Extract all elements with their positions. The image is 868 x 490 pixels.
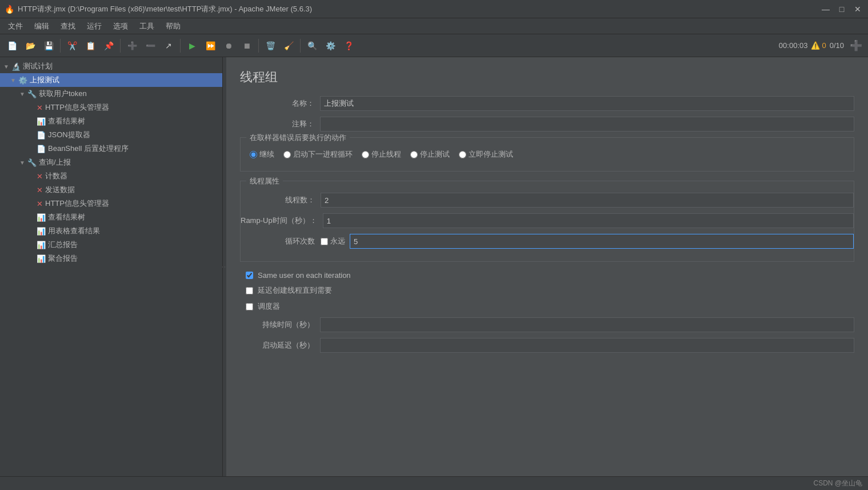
expand-button[interactable]: ↗	[160, 37, 177, 54]
radio-continue[interactable]: 继续	[250, 149, 274, 160]
clear-icon: 🗑️	[265, 40, 276, 51]
toolbar: 📄 📂 💾 ✂️ 📋 📌 ➕ ➖ ↗ ▶ ⏩ ⏺ ⏹ 🗑️ 🧹	[0, 34, 868, 57]
clear-all-button[interactable]: 🧹	[280, 37, 297, 54]
search-tool-button[interactable]: 🔍	[303, 37, 321, 54]
radio-start-next-loop-input[interactable]	[283, 151, 291, 158]
duration-input[interactable]	[320, 317, 854, 332]
radio-stop-thread-input[interactable]	[362, 151, 369, 158]
radio-stop-thread[interactable]: 停止线程	[362, 149, 401, 160]
radio-continue-input[interactable]	[250, 151, 257, 158]
run-button[interactable]: ▶	[183, 37, 201, 54]
radio-group-error-action: 继续 启动下一进程循环 停止线程 停止测试 立即停止测试	[250, 145, 845, 164]
sidebar-item-view-results-tree1[interactable]: 📊 查看结果树	[0, 114, 222, 128]
copy-icon: 📋	[85, 40, 96, 51]
sidebar-item-beanshell[interactable]: 📄 BeanShell 后置处理程序	[0, 142, 222, 156]
menu-help[interactable]: 帮助	[160, 19, 186, 33]
close-button[interactable]: ✕	[852, 3, 863, 15]
sidebar: ▼ 🔬 测试计划 ▼ ⚙️ 上报测试 ▼ 🔧 获取用户token ✕ HTTP信…	[0, 57, 223, 476]
aggregate-graph-icon: 📊	[37, 254, 46, 263]
radio-stop-test-input[interactable]	[410, 151, 418, 158]
comment-input[interactable]	[320, 117, 854, 132]
sidebar-item-counter[interactable]: ✕ 计数器	[0, 169, 222, 183]
radio-start-next-loop[interactable]: 启动下一进程循环	[283, 149, 353, 160]
sidebar-item-aggregate-report[interactable]: 📊 汇总报告	[0, 238, 222, 252]
sidebar-item-send-data[interactable]: ✕ 发送数据	[0, 183, 222, 197]
paste-button[interactable]: 📌	[100, 37, 117, 54]
cut-button[interactable]: ✂️	[63, 37, 81, 54]
window-controls: — □ ✕	[820, 3, 863, 15]
delay-create-label: 延迟创建线程直到需要	[258, 285, 332, 296]
startup-delay-input[interactable]	[320, 338, 854, 353]
force-stop-button[interactable]: ⏹	[238, 37, 255, 54]
menu-file[interactable]: 文件	[2, 19, 29, 33]
delay-create-checkbox[interactable]	[246, 287, 253, 294]
name-row: 名称：	[240, 96, 854, 111]
radio-stop-test-now-input[interactable]	[459, 151, 466, 158]
forever-checkbox-label[interactable]: 永远	[321, 236, 345, 246]
save-button[interactable]: 💾	[40, 37, 57, 54]
scheduler-checkbox[interactable]	[246, 303, 253, 310]
comment-row: 注释：	[240, 117, 854, 132]
radio-stop-test-now[interactable]: 立即停止测试	[459, 149, 513, 160]
rampup-input[interactable]	[323, 213, 854, 228]
aggregate-report-icon: 📊	[37, 241, 46, 249]
shangbao-test-label: 上报测试	[30, 75, 59, 85]
minimize-button[interactable]: —	[820, 3, 831, 15]
forever-label: 永远	[330, 236, 345, 246]
toggle-query-upload: ▼	[19, 160, 26, 166]
error-action-section: 在取样器错误后要执行的动作 继续 启动下一进程循环 停止线程 停止测试	[240, 137, 854, 172]
sidebar-item-aggregate-graph[interactable]: 📊 聚合报告	[0, 252, 222, 265]
forever-checkbox-input[interactable]	[321, 238, 328, 245]
settings-button[interactable]: ⚙️	[322, 37, 339, 54]
stop-icon: ⏺	[223, 40, 234, 51]
thread-count: 0/10	[830, 41, 844, 50]
add-button[interactable]: ➕	[123, 37, 141, 54]
sidebar-item-test-plan[interactable]: ▼ 🔬 测试计划	[0, 59, 222, 73]
help-tool-button[interactable]: ❓	[340, 37, 357, 54]
loop-label: 循环次数	[241, 236, 321, 246]
sidebar-item-json-extractor[interactable]: 📄 JSON提取器	[0, 128, 222, 142]
expand-icon: ↗	[163, 40, 174, 51]
remove-button[interactable]: ➖	[142, 37, 159, 54]
radio-stop-test-now-label: 立即停止测试	[469, 149, 513, 160]
duration-label: 持续时间（秒）	[240, 320, 320, 330]
open-button[interactable]: 📂	[22, 37, 39, 54]
menu-options[interactable]: 选项	[107, 19, 134, 33]
sidebar-item-http-header-mgr1[interactable]: ✕ HTTP信息头管理器	[0, 101, 222, 114]
thread-count-label: 线程数：	[241, 195, 321, 205]
copy-button[interactable]: 📋	[82, 37, 99, 54]
thread-count-input[interactable]	[321, 193, 854, 208]
view-results-tree2-label: 查看结果树	[48, 212, 85, 222]
counter-label: 计数器	[45, 171, 67, 181]
view-table-results-label: 用表格查看结果	[48, 226, 100, 236]
menu-edit[interactable]: 编辑	[29, 19, 55, 33]
sidebar-item-view-table-results[interactable]: 📊 用表格查看结果	[0, 224, 222, 238]
http-header-mgr2-label: HTTP信息头管理器	[45, 198, 109, 209]
same-user-checkbox[interactable]	[246, 272, 253, 279]
maximize-button[interactable]: □	[836, 3, 847, 15]
search-tool-icon: 🔍	[306, 40, 318, 51]
sidebar-item-query-upload[interactable]: ▼ 🔧 查询/上报	[0, 156, 222, 169]
sidebar-item-view-results-tree2[interactable]: 📊 查看结果树	[0, 210, 222, 224]
sidebar-item-http-header-mgr2[interactable]: ✕ HTTP信息头管理器	[0, 197, 222, 210]
name-input[interactable]	[320, 96, 854, 111]
status-text: CSDN @坐山龟	[813, 479, 862, 488]
new-button[interactable]: 📄	[3, 37, 21, 54]
loop-count-input[interactable]	[350, 234, 854, 249]
sidebar-item-get-token[interactable]: ▼ 🔧 获取用户token	[0, 87, 222, 101]
menu-tools[interactable]: 工具	[134, 19, 160, 33]
run-no-pause-button[interactable]: ⏩	[202, 37, 219, 54]
duration-row: 持续时间（秒）	[240, 317, 854, 332]
thread-add-button[interactable]: ➕	[847, 37, 865, 54]
stop-button[interactable]: ⏺	[220, 37, 237, 54]
json-extractor-icon: 📄	[37, 131, 46, 140]
toolbar-separator-1	[60, 39, 61, 53]
clear-button[interactable]: 🗑️	[262, 37, 279, 54]
query-upload-label: 查询/上报	[39, 157, 71, 168]
menu-run[interactable]: 运行	[81, 19, 107, 33]
sidebar-item-shangbao-test[interactable]: ▼ ⚙️ 上报测试	[0, 73, 222, 87]
radio-start-next-loop-label: 启动下一进程循环	[293, 149, 353, 160]
open-icon: 📂	[25, 40, 36, 51]
radio-stop-test[interactable]: 停止测试	[410, 149, 450, 160]
menu-search[interactable]: 查找	[55, 19, 81, 33]
